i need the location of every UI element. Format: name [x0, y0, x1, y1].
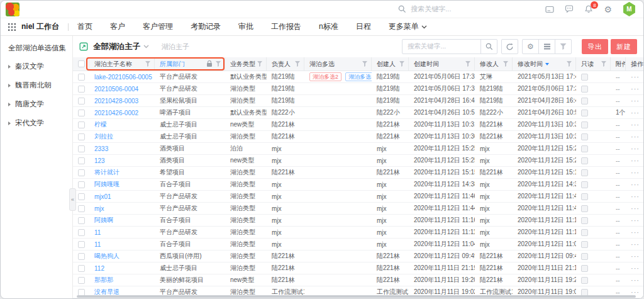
filter-button[interactable]	[555, 39, 572, 54]
row-checkbox[interactable]	[78, 157, 85, 164]
record-link[interactable]: mjx01	[94, 193, 111, 200]
row-checkbox[interactable]	[78, 229, 85, 236]
readonly-checkbox[interactable]	[581, 181, 588, 188]
readonly-checkbox[interactable]	[581, 289, 588, 296]
row-checkbox[interactable]	[78, 277, 85, 284]
filter-icon[interactable]	[601, 61, 606, 67]
filter-icon[interactable]	[257, 61, 262, 67]
row-checkbox[interactable]	[78, 121, 85, 128]
readonly-checkbox[interactable]	[581, 110, 588, 116]
nav-item[interactable]: n标准	[319, 21, 338, 32]
row-actions-button[interactable]: ···	[631, 85, 640, 93]
record-link[interactable]: 11	[94, 229, 101, 236]
filter-icon[interactable]	[362, 61, 367, 67]
row-actions-button[interactable]: ···	[631, 181, 640, 188]
row-actions-button[interactable]: ···	[631, 145, 640, 152]
readonly-checkbox[interactable]	[581, 265, 588, 272]
select-all-checkbox[interactable]	[78, 60, 85, 67]
gear-icon[interactable]: ⚙	[604, 5, 612, 14]
row-checkbox[interactable]	[78, 145, 85, 152]
view-title[interactable]: 全部湖泊主子	[93, 42, 140, 52]
app-grid-icon[interactable]	[8, 23, 16, 31]
create-button[interactable]: 新建	[611, 39, 637, 54]
card-icon[interactable]	[545, 6, 554, 13]
record-link[interactable]: 11	[94, 241, 101, 248]
row-actions-button[interactable]: ···	[631, 133, 640, 140]
refresh-button[interactable]	[501, 39, 518, 54]
chat-icon[interactable]	[565, 5, 574, 13]
readonly-checkbox[interactable]	[581, 145, 588, 152]
nav-item[interactable]: 工作报告	[271, 21, 301, 32]
row-actions-button[interactable]: ···	[631, 169, 640, 176]
row-actions-button[interactable]: ···	[631, 121, 640, 128]
readonly-checkbox[interactable]	[581, 98, 588, 104]
filter-icon[interactable]	[145, 61, 150, 67]
export-button[interactable]: 导出	[582, 39, 608, 54]
row-checkbox[interactable]	[78, 98, 85, 104]
sidebar-item[interactable]: 宋代文学	[8, 118, 72, 128]
row-actions-button[interactable]: ···	[631, 205, 640, 212]
row-checkbox[interactable]	[78, 241, 85, 248]
readonly-checkbox[interactable]	[581, 277, 588, 284]
record-link[interactable]: 20210428-0003	[94, 98, 138, 104]
app-logo[interactable]	[6, 3, 19, 16]
horizontal-scrollbar[interactable]	[77, 295, 636, 298]
sidebar-item[interactable]: 秦汉文学	[8, 62, 72, 71]
readonly-checkbox[interactable]	[581, 133, 588, 140]
record-link[interactable]: 123	[94, 157, 105, 164]
settings-button[interactable]: ⚙	[522, 39, 539, 54]
nav-item[interactable]: 首页	[77, 21, 92, 32]
record-link[interactable]: mjx	[94, 205, 104, 212]
record-link[interactable]: 2333	[94, 145, 108, 152]
row-checkbox[interactable]	[78, 193, 85, 200]
filter-icon[interactable]	[399, 61, 404, 67]
record-link[interactable]: lake-20210506-0005	[94, 74, 152, 81]
row-actions-button[interactable]: ···	[631, 252, 640, 260]
avatar[interactable]: M	[623, 2, 636, 16]
readonly-checkbox[interactable]	[581, 169, 588, 176]
expand-arrow-icon[interactable]	[8, 121, 11, 125]
readonly-checkbox[interactable]	[581, 193, 588, 200]
global-search[interactable]: 搜索关键字...	[398, 4, 451, 14]
row-checkbox[interactable]	[78, 217, 85, 224]
readonly-checkbox[interactable]	[581, 217, 588, 224]
bell-icon[interactable]: 8	[584, 5, 593, 13]
filter-icon[interactable]	[567, 61, 572, 67]
readonly-checkbox[interactable]	[581, 86, 588, 93]
readonly-checkbox[interactable]	[581, 205, 588, 212]
row-checkbox[interactable]	[78, 205, 85, 212]
nav-item[interactable]: 考勤记录	[191, 21, 221, 32]
readonly-checkbox[interactable]	[581, 121, 588, 128]
row-checkbox[interactable]	[78, 289, 85, 296]
readonly-checkbox[interactable]	[581, 229, 588, 236]
record-link[interactable]: 刘拉拉	[94, 132, 113, 141]
row-actions-button[interactable]: ···	[631, 109, 640, 116]
row-actions-button[interactable]: ···	[631, 276, 640, 284]
table-search-button[interactable]	[480, 40, 497, 54]
record-link[interactable]: 20210506-0004	[94, 86, 138, 93]
nav-item[interactable]: 客户管理	[143, 21, 173, 32]
row-checkbox[interactable]	[78, 253, 85, 260]
row-checkbox[interactable]	[78, 110, 85, 116]
row-checkbox[interactable]	[78, 169, 85, 176]
view-caret-icon[interactable]	[143, 45, 149, 48]
expand-arrow-icon[interactable]	[8, 65, 11, 69]
record-link[interactable]: 那那那	[94, 276, 113, 285]
record-link[interactable]: 阿姨嘎嘎	[94, 180, 119, 189]
sidebar-collapse-handle[interactable]: «	[69, 188, 76, 211]
table-search-input[interactable]: 搜索关键字...	[402, 39, 497, 54]
row-actions-button[interactable]: ···	[631, 157, 640, 164]
row-actions-button[interactable]: ···	[631, 217, 640, 224]
record-link[interactable]: 将计就计	[94, 168, 119, 177]
readonly-checkbox[interactable]	[581, 241, 588, 248]
nav-item[interactable]: 审批	[238, 21, 253, 32]
sort-desc-icon[interactable]	[545, 63, 549, 65]
filter-icon[interactable]	[465, 61, 470, 67]
nav-item[interactable]: 日程	[356, 21, 371, 32]
nav-more-menu[interactable]: 更多菜单	[389, 21, 427, 32]
row-checkbox[interactable]	[78, 133, 85, 140]
expand-arrow-icon[interactable]	[8, 84, 11, 87]
row-actions-button[interactable]: ···	[631, 264, 640, 272]
workspace-title[interactable]: niel 工作台	[21, 21, 59, 32]
record-link[interactable]: 112	[94, 265, 104, 272]
